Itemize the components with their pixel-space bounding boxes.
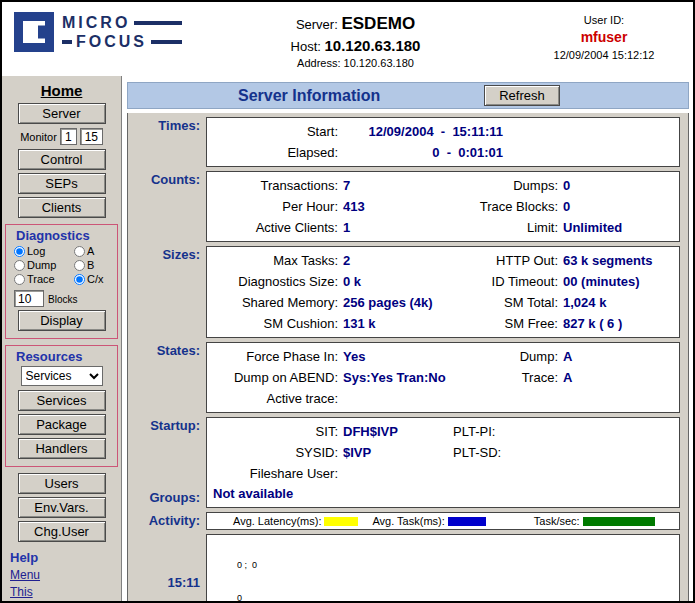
log-radio[interactable] [14,246,25,257]
clients-button[interactable]: Clients [18,197,106,218]
field-label: Active Clients: [211,217,343,238]
body: Home Server Monitor Control SEPs Clients… [2,76,693,603]
cx-radio[interactable] [74,274,85,285]
refresh-button-top[interactable]: Refresh [484,85,560,106]
logo-inner-square [38,26,51,39]
microfocus-logo-mark [14,12,54,52]
tasksec-color-bar [583,517,655,526]
b-radio-option[interactable]: B [74,259,115,271]
server-button[interactable]: Server [18,103,106,124]
field-value: 0 [563,196,675,217]
states-row-label: States: [128,342,206,413]
server-info-table: Times: Start: 12/09/2004 - 15:11:11 Elap… [127,113,689,603]
monitor-label: Monitor [20,131,57,143]
start-label: Start: [211,121,343,142]
field-label: Force Phase In: [211,346,343,367]
latency-color-bar [324,517,358,526]
groups-label: Groups: [149,490,200,505]
field-label: SM Cushion: [211,313,343,334]
field-label: PLT-PI: [451,421,563,442]
blocks-input[interactable] [14,290,44,307]
diagnostics-title: Diagnostics [8,228,115,243]
a-radio-label: A [87,245,94,257]
page-title: Server Information [238,87,380,105]
b-radio[interactable] [74,260,85,271]
field-label: SIT: [211,421,343,442]
tasksec-legend-label: Task/sec: [534,515,580,527]
field-value [343,463,451,484]
menu-link[interactable]: Menu [10,568,40,582]
handlers-button[interactable]: Handlers [18,438,106,459]
field-value: 413 [343,196,451,217]
blocks-row: Blocks [8,290,115,307]
start-value: 12/09/2004 - 15:11:11 [343,121,503,142]
package-button[interactable]: Package [18,414,106,435]
dump-radio[interactable] [14,260,25,271]
server-name: ESDEMO [341,14,415,33]
user-id-value: mfuser [529,29,679,45]
sidebar: Home Server Monitor Control SEPs Clients… [2,76,122,603]
field-value: 00 (minutes) [563,271,675,292]
field-label: SYSID: [211,442,343,463]
times-row: Times: Start: 12/09/2004 - 15:11:11 Elap… [128,117,680,167]
startup-box: SIT: DFH$IVP PLT-PI: SYSID: $IVP PLT-SD: [206,417,680,508]
env-vars-button[interactable]: Env.Vars. [18,497,106,518]
log-radio-option[interactable]: Log [14,245,74,257]
logo-wordmark: MICRO FOCUS [62,16,182,49]
user-id-label: User ID: [529,14,679,26]
home-link[interactable]: Home [2,82,121,99]
header: MICRO FOCUS Server: ESDEMO Host: 10.120.… [2,2,693,76]
times-box: Start: 12/09/2004 - 15:11:11 Elapsed: 0 … [206,117,680,167]
cx-radio-option[interactable]: C/x [74,273,115,285]
resources-section: Resources Services Services Package Hand… [5,345,118,467]
field-label: Per Hour: [211,196,343,217]
resources-title: Resources [8,349,115,364]
host-value: 10.120.63.180 [325,37,421,54]
display-button[interactable]: Display [18,310,106,331]
help-label: Help [10,550,121,565]
sizes-box: Max Tasks: 2 HTTP Out: 63 k segments Dia… [206,246,680,338]
logo-word-focus: FOCUS [76,35,147,49]
cx-radio-label: C/x [87,273,104,285]
field-value: Yes [343,346,451,367]
dump-radio-option[interactable]: Dump [14,259,74,271]
a-radio-option[interactable]: A [74,245,115,257]
users-button[interactable]: Users [18,473,106,494]
field-value: 63 k segments [563,250,675,271]
startup-row-label: Startup: Groups: [128,417,206,508]
field-value [343,388,451,409]
field-label: Transactions: [211,175,343,196]
field-label: SM Free: [451,313,563,334]
host-label: Host: [291,39,321,54]
monitor-field-1[interactable] [60,128,77,145]
field-value [563,388,675,409]
log-radio-label: Log [27,245,45,257]
monitor-field-2[interactable] [80,128,103,145]
control-button[interactable]: Control [18,149,106,170]
dump-radio-label: Dump [27,259,56,271]
server-info-header-bar: Server Information Refresh [127,82,689,109]
sample-stats-line: 0 ; 0 [237,560,675,571]
resources-select[interactable]: Services [21,366,103,386]
activity-row-label: Activity: [128,512,206,530]
trace-radio-option[interactable]: Trace [14,273,74,285]
server-identity: Server: ESDEMO Host: 10.120.63.180 Addre… [182,12,529,69]
services-button[interactable]: Services [18,390,106,411]
field-label: Dump on ABEND: [211,367,343,388]
elapsed-value: 0 - 0:01:01 [343,142,503,163]
field-value: 7 [343,175,451,196]
this-link[interactable]: This [10,585,33,599]
trace-radio[interactable] [14,274,25,285]
sample-time-label: 15:11 [128,534,206,603]
seps-button[interactable]: SEPs [18,173,106,194]
sample-stats-line: 0 [237,593,675,603]
microfocus-logo: MICRO FOCUS [14,12,182,52]
a-radio[interactable] [74,246,85,257]
main-content: Server Information Refresh Times: Start:… [122,76,693,603]
field-value: 827 k ( 6 ) [563,313,675,334]
field-value: 1,024 k [563,292,675,313]
b-radio-label: B [87,259,94,271]
field-value: Unlimited [563,217,675,238]
field-label: Active trace: [211,388,343,409]
chg-user-button[interactable]: Chg.User [18,521,106,542]
